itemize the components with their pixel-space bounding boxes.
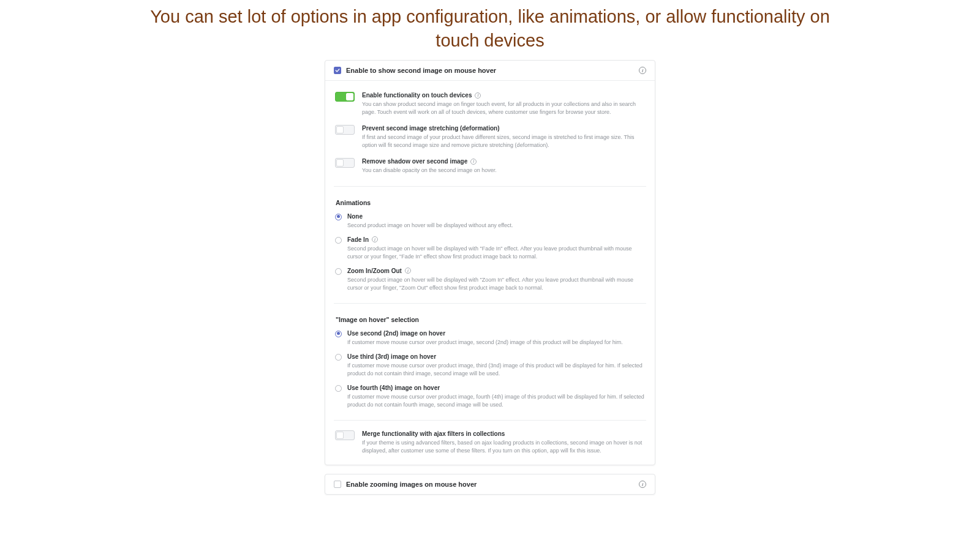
radio-third-desc: If customer move mouse cursor over produ…: [347, 362, 645, 378]
toggle-shadow-title: Remove shadow over second image: [362, 158, 467, 165]
card-second-image-settings: Enable to show second image on mouse hov…: [325, 60, 655, 465]
toggle-prevent-stretch[interactable]: [335, 125, 355, 135]
toggle-touch-desc: You can show product second image on fin…: [362, 100, 645, 116]
radio-second-title: Use second (2nd) image on hover: [347, 330, 445, 337]
radio-selection-fourth[interactable]: [335, 385, 342, 392]
toggle-shadow-desc: You can disable opacity on the second im…: [362, 167, 645, 174]
divider: [334, 420, 646, 421]
toggle-merge-ajax[interactable]: [335, 430, 355, 440]
radio-animation-fade[interactable]: [335, 237, 342, 244]
toggle-touch-devices[interactable]: [335, 92, 355, 102]
radio-fourth-desc: If customer move mouse cursor over produ…: [347, 393, 645, 409]
info-icon[interactable]: [470, 159, 477, 165]
radio-zoom-desc: Second product image on hover will be di…: [347, 276, 645, 292]
checkbox-enable-second-image[interactable]: [334, 67, 341, 74]
card-zoom-label: Enable zooming images on mouse hover: [346, 481, 639, 488]
radio-selection-third[interactable]: [335, 354, 342, 361]
radio-none-title: None: [347, 213, 363, 220]
section-label-animations: Animations: [335, 199, 645, 206]
toggle-stretch-desc: If first and second image of your produc…: [362, 133, 645, 149]
page-heading: You can set lot of options in app config…: [0, 5, 980, 53]
card-zoom-settings: Enable zooming images on mouse hover: [325, 474, 655, 495]
radio-animation-none[interactable]: [335, 214, 342, 220]
divider: [334, 303, 646, 304]
checkbox-enable-zoom[interactable]: [334, 481, 341, 488]
toggle-remove-shadow[interactable]: [335, 158, 355, 168]
divider: [334, 186, 646, 187]
toggle-touch-title: Enable functionality on touch devices: [362, 92, 472, 99]
radio-animation-zoom[interactable]: [335, 268, 342, 275]
info-icon[interactable]: [405, 268, 411, 274]
radio-second-desc: If customer move mouse cursor over produ…: [347, 339, 645, 347]
radio-zoom-title: Zoom In/Zoom Out: [347, 268, 402, 274]
radio-fade-title: Fade In: [347, 236, 369, 243]
card-header-enable-second-image: Enable to show second image on mouse hov…: [325, 61, 655, 81]
radio-fade-desc: Second product image on hover will be di…: [347, 245, 645, 261]
toggle-merge-desc: If your theme is using advanced filters,…: [362, 439, 645, 455]
radio-third-title: Use third (3rd) image on hover: [347, 353, 436, 360]
radio-none-desc: Second product image on hover will be di…: [347, 222, 645, 230]
radio-selection-second[interactable]: [335, 331, 342, 337]
info-icon[interactable]: [372, 236, 378, 242]
info-icon[interactable]: [639, 481, 646, 488]
info-icon[interactable]: [475, 92, 481, 99]
toggle-merge-title: Merge functionality with ajax filters in…: [362, 430, 505, 437]
info-icon[interactable]: [639, 67, 646, 74]
radio-fourth-title: Use fourth (4th) image on hover: [347, 384, 440, 391]
section-label-selection: "Image on hover" selection: [335, 316, 645, 323]
toggle-stretch-title: Prevent second image stretching (deforma…: [362, 125, 500, 132]
card-header-label: Enable to show second image on mouse hov…: [346, 67, 639, 74]
